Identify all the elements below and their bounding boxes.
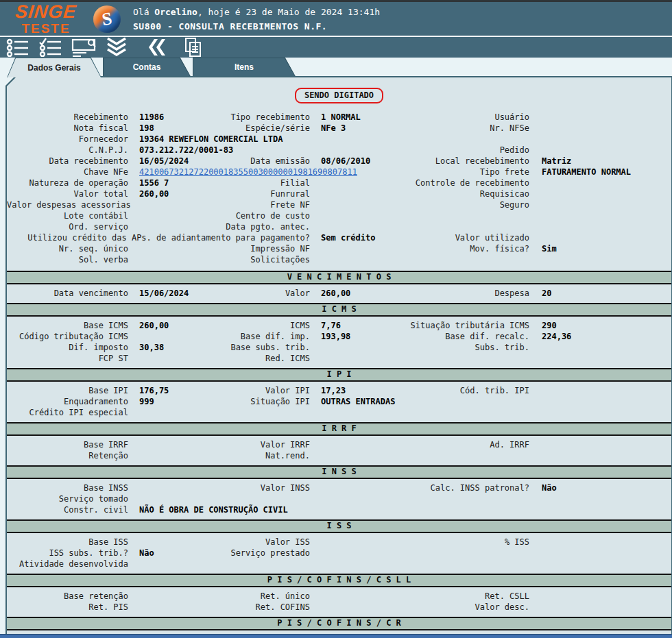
form-row: Base IRRFValor IRRFAd. IRRF: [7, 439, 671, 450]
window-bottom-edge: [0, 634, 672, 638]
form-row: Chave NFe4210067321272200018355003000000…: [7, 167, 671, 177]
screen-search-icon: [71, 38, 97, 57]
field-label: Valor total: [7, 189, 128, 199]
field-label: Ret. CSLL: [379, 591, 529, 601]
field-label: Sol. verba: [7, 255, 128, 265]
form-row: Recebimento11986Tipo recebimento1 NORMAL…: [7, 112, 671, 123]
form-row: Enquadramento999Situação IPIOUTRAS ENTRA…: [7, 396, 671, 407]
field-label: Impressão NF: [173, 244, 310, 254]
field-label: Código tributação ICMS: [7, 332, 128, 341]
section-header: I N S S: [7, 465, 671, 479]
field-label: Data recebimento: [7, 156, 128, 166]
field-value: 08/06/2010: [321, 156, 370, 166]
tab-label: Dados Gerais: [8, 58, 101, 77]
field-value: OUTRAS ENTRADAS: [321, 397, 395, 406]
tab-label: Itens: [193, 58, 295, 76]
field-label: Ret. PIS: [7, 602, 128, 612]
field-label: Serviço prestado: [173, 548, 310, 558]
double-chevron-down-icon: [106, 37, 128, 58]
field-label: Fornecedor: [7, 134, 128, 144]
field-label: Enquadramento: [7, 397, 128, 406]
copy-pages-icon: [184, 37, 203, 58]
field-value: 19364 REWEFLON COMERCIAL LTDA: [139, 134, 283, 144]
section-header: I S S: [7, 519, 671, 533]
back-button[interactable]: [145, 38, 166, 57]
general-form-rows: Recebimento11986Tipo recebimento1 NORMAL…: [7, 112, 671, 265]
tab-itens[interactable]: Itens: [193, 58, 296, 76]
field-label: Base subs. trib.: [173, 343, 310, 352]
section-rows: Base IRRFValor IRRFAd. IRRFRetençãoNat.r…: [7, 436, 671, 465]
field-label: Base IPI: [7, 386, 128, 395]
form-row: Nota fiscal198Espécie/sérieNFe 3Nr. NFSe: [7, 123, 671, 134]
form-row: Base retençãoRet. únicoRet. CSLL: [7, 591, 671, 602]
field-label: C.N.P.J.: [7, 145, 128, 155]
section-rows: Base retençãoRet. únicoRet. CSLLRet. PIS…: [7, 587, 671, 617]
field-label: Natureza de operação: [7, 178, 128, 188]
field-label: Crédito IPI especial: [7, 408, 128, 417]
field-value: Matriz: [542, 156, 571, 166]
app-header: SINGE TESTE S Olá Orcelino, hoje é 23 de…: [0, 2, 672, 36]
field-label: Utilizou crédito das APs. de adiantament…: [7, 233, 310, 243]
field-value: NÃO É OBRA DE CONSTRUÇÃO CIVIL: [139, 505, 288, 515]
field-label: Base retenção: [7, 591, 128, 601]
field-value: 17,23: [321, 386, 346, 395]
field-label: Frete NF: [173, 200, 310, 210]
field-value: 260,00: [321, 289, 350, 298]
field-label: Valor INSS: [173, 483, 310, 493]
field-label: Atividade desenvolvida: [7, 559, 128, 569]
logo-text-teste: TESTE: [8, 22, 84, 35]
field-label: Data pgto. antec.: [173, 222, 310, 232]
form-row: Base INSSValor INSSCalc. INSS patronal?N…: [7, 482, 671, 493]
form-row: Ret. PISRet. COFINSValor desc.: [7, 602, 671, 613]
section-rows: Base INSSValor INSSCalc. INSS patronal?N…: [7, 479, 671, 519]
tab-contas[interactable]: Contas: [103, 58, 191, 76]
field-label: Solicitações: [173, 255, 310, 265]
field-label: Lote contábil: [7, 211, 128, 221]
tab-dados-gerais[interactable]: Dados Gerais: [7, 58, 101, 77]
sphere-letter: S: [91, 3, 122, 34]
field-label: Mov. física?: [379, 244, 529, 254]
field-value: 1 NORMAL: [321, 112, 361, 122]
field-label: Tipo recebimento: [173, 112, 310, 122]
record-list-icon: [5, 38, 30, 57]
section-rows: Base ISSValor ISS% ISSISS subs. trib.?Nã…: [7, 533, 671, 574]
form-row: FCP STRed. ICMS: [7, 353, 671, 364]
globe-sphere-icon: S: [93, 5, 121, 33]
form-row: Data recebimento16/05/2024Data emissão08…: [7, 156, 671, 167]
field-label: Controle de recebimento: [379, 178, 529, 188]
field-value: NFe 3: [321, 123, 346, 133]
field-label: Espécie/série: [173, 123, 310, 133]
field-label: Recebimento: [7, 112, 128, 122]
section-rows: Base ICMS260,00ICMS7,76Situação tributár…: [7, 317, 671, 368]
field-label: Subs. trib.: [379, 343, 529, 352]
greeting-suffix: , hoje é 23 de Maio de 2024 13:41h: [197, 7, 380, 17]
field-label: Cód. trib. IPI: [379, 386, 529, 395]
field-value: 193,98: [321, 332, 350, 341]
sections: V E N C I M E N T O SData vencimento15/0…: [7, 271, 671, 635]
section-header: I P I: [7, 368, 671, 382]
screen-search-button[interactable]: [71, 38, 97, 57]
form-row: Dif. imposto30,38Base subs. trib.Subs. t…: [7, 342, 671, 353]
field-label: Valor ISS: [173, 537, 310, 547]
field-label: Valor IRRF: [173, 440, 310, 450]
record-checklist-button[interactable]: [38, 38, 63, 57]
form-row: RetençãoNat.rend.: [7, 450, 671, 461]
field-label: % ISS: [379, 537, 529, 547]
field-label: Retenção: [7, 451, 128, 461]
field-label: Base ICMS: [7, 321, 128, 330]
field-label: Situação tributária ICMS: [379, 321, 529, 330]
expand-all-button[interactable]: [106, 37, 128, 58]
field-value: 073.212.722/0001-83: [139, 145, 233, 155]
section-header: P I S / C O F I N S / C R: [7, 617, 671, 630]
field-value: 30,38: [139, 343, 164, 352]
nfe-key-link[interactable]: 4210067321272200018355003000000198169080…: [139, 167, 357, 177]
record-list-button[interactable]: [5, 38, 30, 57]
form-row: C.N.P.J.073.212.722/0001-83Pedido: [7, 145, 671, 156]
field-value: 1556 7: [139, 178, 169, 188]
field-label: Nr. seq. único: [7, 244, 128, 254]
field-label: Data emissão: [173, 156, 310, 166]
copy-button[interactable]: [184, 37, 203, 58]
field-label: Usuário: [379, 112, 529, 122]
field-value: 290: [542, 321, 557, 330]
field-label: Ad. IRRF: [379, 440, 529, 450]
